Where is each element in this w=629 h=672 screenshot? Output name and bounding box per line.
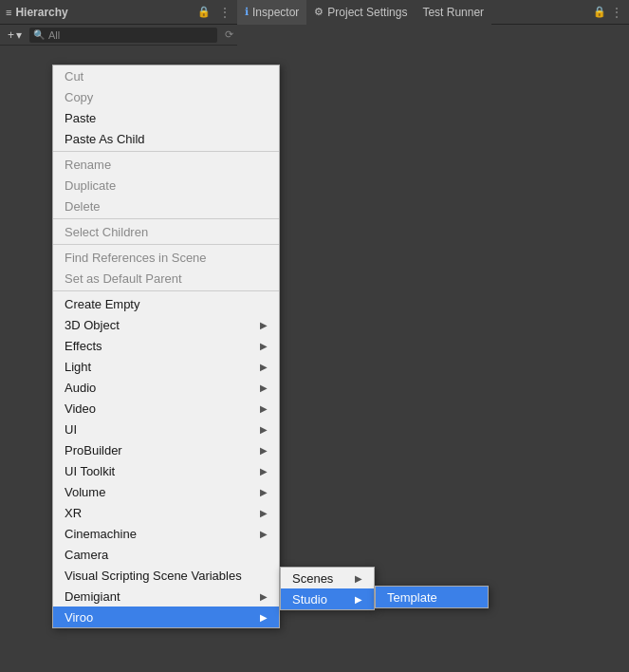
menu-item-visual-scripting[interactable]: Visual Scripting Scene Variables xyxy=(53,565,279,586)
search-bar[interactable]: 🔍 All xyxy=(29,28,217,43)
hierarchy-menu-icon[interactable]: ⋮ xyxy=(218,5,231,20)
hierarchy-lock-icon[interactable]: 🔒 xyxy=(197,6,211,18)
menu-item-paste-as-child[interactable]: Paste As Child xyxy=(53,128,279,149)
menu-item-find-references[interactable]: Find References in Scene xyxy=(53,247,279,268)
arrow-icon: ▶ xyxy=(260,362,268,372)
search-placeholder: All xyxy=(48,29,60,41)
menu-item-ui-toolkit[interactable]: UI Toolkit ▶ xyxy=(53,460,279,481)
refresh-icon[interactable]: ⟳ xyxy=(225,28,233,41)
menu-item-paste[interactable]: Paste xyxy=(53,107,279,128)
inspector-icon: ℹ xyxy=(245,6,249,18)
arrow-icon: ▶ xyxy=(260,424,268,435)
hierarchy-toolbar: + ▾ 🔍 All ⟳ xyxy=(0,25,237,46)
menu-item-xr[interactable]: XR ▶ xyxy=(53,502,279,523)
menu-item-create-empty[interactable]: Create Empty xyxy=(53,293,279,314)
separator-3 xyxy=(53,244,279,245)
gear-icon: ⚙ xyxy=(314,6,324,18)
menu-item-cut[interactable]: Cut xyxy=(53,65,279,86)
arrow-icon: ▶ xyxy=(260,320,268,330)
menu-item-viroo[interactable]: Viroo ▶ xyxy=(53,607,279,627)
arrow-icon: ▶ xyxy=(260,508,268,518)
add-button[interactable]: + ▾ xyxy=(4,28,26,42)
add-dropdown-icon: ▾ xyxy=(16,28,22,42)
menu-item-delete[interactable]: Delete xyxy=(53,196,279,216)
menu-item-ui[interactable]: UI ▶ xyxy=(53,419,279,439)
menu-item-3d-object[interactable]: 3D Object ▶ xyxy=(53,314,279,335)
arrow-icon: ▶ xyxy=(260,403,268,414)
menu-item-set-default-parent[interactable]: Set as Default Parent xyxy=(53,268,279,289)
menu-item-camera[interactable]: Camera xyxy=(53,544,279,565)
add-icon: + xyxy=(8,28,14,42)
menu-item-select-children[interactable]: Select Children xyxy=(53,221,279,242)
tab-project-settings[interactable]: ⚙ Project Settings xyxy=(306,0,415,25)
hierarchy-title: Hierarchy xyxy=(15,6,67,19)
context-menu: Cut Copy Paste Paste As Child Rename Dup… xyxy=(52,65,280,628)
menu-item-copy[interactable]: Copy xyxy=(53,86,279,107)
menu-item-volume[interactable]: Volume ▶ xyxy=(53,481,279,502)
menu-item-cinemachine[interactable]: Cinemachine ▶ xyxy=(53,523,279,544)
arrow-icon: ▶ xyxy=(260,445,268,456)
arrow-icon: ▶ xyxy=(355,594,362,605)
menu-item-effects[interactable]: Effects ▶ xyxy=(53,335,279,356)
tab-inspector[interactable]: ℹ Inspector xyxy=(237,0,306,25)
menu-item-duplicate[interactable]: Duplicate xyxy=(53,175,279,196)
search-icon: 🔍 xyxy=(33,29,45,40)
tab-dots-icon[interactable]: ⋮ xyxy=(610,5,623,20)
submenu-item-scenes[interactable]: Scenes ▶ xyxy=(281,568,374,588)
project-settings-label: Project Settings xyxy=(327,6,407,19)
hierarchy-icon: ≡ xyxy=(6,7,11,18)
submenu-item-studio[interactable]: Studio ▶ xyxy=(281,588,374,609)
submenu-item-template[interactable]: Template xyxy=(376,587,488,607)
submenu-studio: Template xyxy=(375,586,489,608)
main-tab-bar: ℹ Inspector ⚙ Project Settings Test Runn… xyxy=(237,0,629,25)
menu-item-demigiant[interactable]: Demigiant ▶ xyxy=(53,586,279,607)
menu-item-light[interactable]: Light ▶ xyxy=(53,356,279,377)
arrow-icon: ▶ xyxy=(355,573,362,584)
separator-2 xyxy=(53,218,279,219)
arrow-icon: ▶ xyxy=(260,487,268,497)
hierarchy-header: ≡ Hierarchy 🔒 ⋮ xyxy=(0,0,237,25)
arrow-icon: ▶ xyxy=(260,383,268,393)
separator-4 xyxy=(53,290,279,291)
menu-item-audio[interactable]: Audio ▶ xyxy=(53,377,279,398)
arrow-icon: ▶ xyxy=(260,591,268,602)
arrow-icon: ▶ xyxy=(260,466,268,476)
separator-1 xyxy=(53,151,279,152)
inspector-label: Inspector xyxy=(252,6,299,19)
menu-item-probuilder[interactable]: ProBuilder ▶ xyxy=(53,439,279,460)
menu-item-video[interactable]: Video ▶ xyxy=(53,398,279,419)
submenu-viroo: Scenes ▶ Studio ▶ xyxy=(280,567,375,610)
arrow-icon: ▶ xyxy=(260,612,268,623)
tab-lock-icon[interactable]: 🔒 xyxy=(593,6,606,18)
tab-test-runner[interactable]: Test Runner xyxy=(415,0,491,25)
arrow-icon: ▶ xyxy=(260,529,268,539)
arrow-icon: ▶ xyxy=(260,341,268,351)
menu-item-rename[interactable]: Rename xyxy=(53,154,279,175)
test-runner-label: Test Runner xyxy=(422,6,484,19)
